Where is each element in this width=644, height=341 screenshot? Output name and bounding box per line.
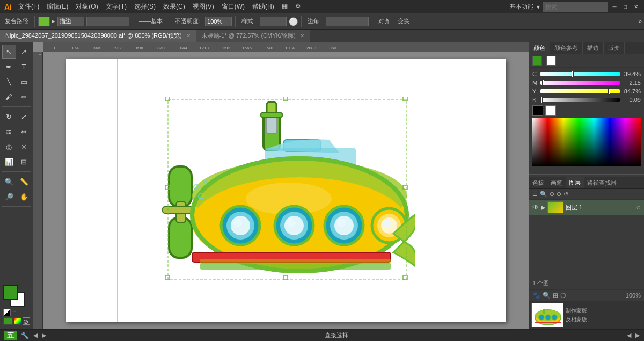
- column-graph-tool[interactable]: 📊: [2, 155, 16, 169]
- bottom-tab-swatches[interactable]: 色板: [529, 177, 547, 188]
- direct-select-tool[interactable]: ↗: [17, 45, 31, 59]
- cmyk-y-row: Y 84.7%: [532, 88, 641, 95]
- measure-tool[interactable]: 📏: [17, 175, 31, 188]
- black-swatch[interactable]: [532, 105, 543, 116]
- panel-color-fg[interactable]: [532, 56, 542, 66]
- search-input[interactable]: [543, 2, 608, 12]
- close-button[interactable]: ✕: [632, 3, 640, 11]
- layer-options-icon[interactable]: ☰: [532, 191, 538, 198]
- color-spectrum[interactable]: [532, 118, 641, 166]
- toolbar: 复合路径 ▸ ——基本 不透明度: 100% 样式: ⚪ 边角: 对齐 变换 »: [0, 13, 644, 30]
- eyedropper-tool[interactable]: 🔍: [2, 175, 16, 188]
- rect-tool[interactable]: ▭: [17, 75, 31, 89]
- layer-expand-icon[interactable]: ⊕: [550, 191, 554, 198]
- cmyk-m-track[interactable]: [540, 81, 620, 85]
- cmyk-c-thumb[interactable]: [572, 71, 574, 77]
- layers-bottom-icon-1[interactable]: 🐾: [532, 292, 540, 299]
- menu-help[interactable]: 帮助(H): [249, 1, 277, 12]
- menu-edit[interactable]: 编辑(E): [43, 1, 71, 12]
- stroke-style-input[interactable]: [86, 17, 129, 26]
- layers-bottom-icon-4[interactable]: ⬡: [560, 292, 566, 299]
- tab-1-close[interactable]: ✕: [186, 33, 191, 39]
- color-mode-icon[interactable]: [3, 317, 13, 325]
- tab-2[interactable]: 未标题-1* @ 772.57% (CMYK/轮廓) ✕: [196, 30, 310, 42]
- cmyk-y-track[interactable]: [540, 89, 620, 93]
- menu-object[interactable]: 对象(O): [72, 1, 101, 12]
- canvas-white: [66, 59, 506, 322]
- default-colors-icon[interactable]: [3, 309, 11, 316]
- blend-tool[interactable]: ◎: [2, 140, 16, 154]
- gradient-icon[interactable]: [14, 317, 21, 325]
- white-swatch[interactable]: [545, 105, 556, 116]
- corner-input[interactable]: [326, 17, 369, 26]
- tab-1[interactable]: Nipic_29842067_20190905150420890000.ai* …: [0, 30, 196, 42]
- cmyk-k-track[interactable]: [540, 98, 620, 102]
- minimize-button[interactable]: ─: [611, 3, 618, 11]
- menu-arrange[interactable]: ▦: [279, 1, 291, 12]
- menu-effect[interactable]: 效果(C): [160, 1, 188, 12]
- cmyk-c-track[interactable]: [540, 72, 620, 76]
- paintbrush-tool[interactable]: 🖌: [2, 90, 16, 104]
- menu-window[interactable]: 窗口(W): [218, 1, 248, 12]
- layer-lock-btn[interactable]: ○: [636, 203, 641, 212]
- layer-lock-icon[interactable]: ▶: [541, 204, 545, 211]
- type-tool[interactable]: T: [17, 60, 31, 74]
- fill-color-box[interactable]: [38, 17, 50, 26]
- extra-options-icon[interactable]: »: [638, 18, 642, 25]
- panel-tab-stroke[interactable]: 描边: [583, 42, 604, 54]
- fill-swatch[interactable]: [3, 285, 18, 300]
- cmyk-k-value: 0.09: [621, 97, 641, 103]
- swap-colors-icon[interactable]: ⇌: [12, 309, 19, 316]
- menu-text[interactable]: 文字(T): [103, 1, 130, 12]
- panel-color-bg[interactable]: [546, 56, 556, 66]
- style-input[interactable]: [260, 17, 287, 26]
- layer-row-1[interactable]: 👁 ▶ 图层 1 ○: [529, 200, 644, 215]
- cmyk-k-thumb[interactable]: [540, 97, 543, 103]
- stroke-input[interactable]: [57, 17, 84, 26]
- none-icon[interactable]: ⊘: [23, 317, 30, 325]
- panel-tab-blend[interactable]: 版变: [604, 42, 625, 54]
- bottom-tab-layers[interactable]: 图层: [566, 177, 584, 188]
- nav-page-next[interactable]: ▶: [635, 332, 640, 339]
- menu-extra[interactable]: ⚙: [292, 1, 304, 12]
- menu-file[interactable]: 文件(F): [15, 1, 42, 12]
- maximize-button[interactable]: □: [621, 3, 629, 11]
- line-tool[interactable]: ╲: [2, 75, 16, 89]
- rotate-tool[interactable]: ↻: [2, 110, 16, 124]
- layers-bottom-icon-2[interactable]: 🔍: [543, 292, 551, 299]
- scale-tool[interactable]: ⤢: [17, 110, 31, 124]
- panel-tab-color-guide[interactable]: 颜色参考: [550, 42, 583, 54]
- profile-dropdown-icon[interactable]: ▾: [537, 3, 540, 11]
- nav-left-icon[interactable]: ◀: [33, 332, 38, 339]
- nav-right-icon[interactable]: ▶: [42, 332, 46, 339]
- warp-tool[interactable]: ≋: [2, 125, 16, 139]
- layer-search-icon[interactable]: 🔍: [540, 191, 547, 198]
- artboard-tool[interactable]: ⊞: [17, 155, 31, 169]
- symbol-tool[interactable]: ✳: [17, 140, 31, 154]
- cmyk-m-thumb[interactable]: [542, 79, 544, 86]
- ruler-v-tick: 0: [38, 54, 42, 61]
- layers-bottom-icon-3[interactable]: ⊞: [553, 292, 558, 299]
- bottom-tab-pathfinder[interactable]: 路径查找器: [584, 177, 620, 188]
- pencil-tool[interactable]: ✏: [17, 90, 31, 104]
- pen-tool[interactable]: ✒: [2, 60, 16, 74]
- bottom-tab-brushes[interactable]: 画笔: [547, 177, 566, 188]
- menu-select[interactable]: 选择(S): [131, 1, 159, 12]
- zoom-tool[interactable]: 🔎: [2, 190, 16, 204]
- cmyk-y-thumb[interactable]: [608, 88, 610, 95]
- tab-2-close[interactable]: ✕: [300, 33, 304, 39]
- menu-view[interactable]: 视图(V): [189, 1, 217, 12]
- style-icon[interactable]: ⚪: [289, 17, 298, 26]
- layer-collapse-icon[interactable]: ⊖: [557, 191, 561, 198]
- hand-tool[interactable]: ✋: [17, 190, 31, 204]
- layer-visibility-icon[interactable]: 👁: [532, 204, 539, 211]
- opacity-input[interactable]: 100%: [205, 17, 232, 26]
- canvas-area[interactable]: 0 174 348 522 696 870 1044 1218 1392 156…: [33, 42, 529, 329]
- layer-refresh-icon[interactable]: ↺: [564, 191, 568, 198]
- stroke-arrow-icon[interactable]: ▸: [52, 18, 55, 25]
- width-tool[interactable]: ⇔: [17, 125, 31, 139]
- select-tool[interactable]: ↖: [2, 45, 16, 59]
- svg-rect-3: [163, 207, 195, 213]
- nav-page-prev[interactable]: ◀: [627, 332, 631, 339]
- panel-tab-color[interactable]: 颜色: [529, 42, 550, 54]
